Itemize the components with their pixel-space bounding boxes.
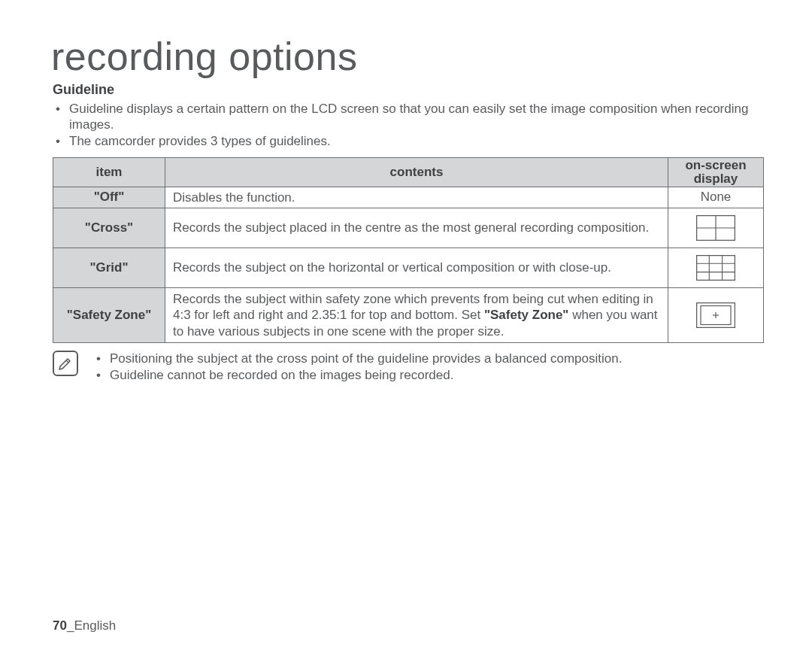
- cell-item-grid: "Grid": [53, 248, 165, 288]
- svg-line-12: [66, 360, 68, 363]
- guideline-table: item contents on-screen display "Off" Di…: [53, 157, 764, 343]
- note-icon: [53, 351, 78, 376]
- cell-contents-off: Disables the function.: [165, 187, 668, 208]
- table-row: "Grid" Records the subject on the horizo…: [53, 248, 764, 288]
- cell-osd-safetyzone: [668, 288, 764, 343]
- table-row: "Safety Zone" Records the subject within…: [53, 288, 764, 343]
- cell-osd-cross: [668, 208, 764, 248]
- note-list: Positioning the subject at the cross poi…: [93, 351, 622, 384]
- cross-guideline-icon: [696, 215, 735, 241]
- page-number: 70: [53, 618, 67, 633]
- note-item: Positioning the subject at the cross poi…: [108, 351, 622, 367]
- col-header-osd: on-screen display: [668, 157, 764, 187]
- guideline-description-item: The camcorder provides 3 types of guidel…: [68, 133, 770, 150]
- guideline-description-item: Guideline displays a certain pattern on …: [68, 101, 770, 134]
- note-block: Positioning the subject at the cross poi…: [53, 349, 770, 384]
- cell-osd-grid: [668, 248, 764, 288]
- table-row: "Off" Disables the function. None: [53, 187, 764, 208]
- safety-zone-icon: [696, 302, 735, 328]
- cell-item-cross: "Cross": [53, 208, 165, 248]
- pencil-note-icon: [57, 355, 74, 372]
- page-title: recording options: [51, 36, 770, 77]
- footer-lang: English: [74, 618, 116, 633]
- table-row: "Cross" Records the subject placed in th…: [53, 208, 764, 248]
- table-header-row: item contents on-screen display: [53, 157, 764, 187]
- col-header-contents: contents: [165, 157, 668, 187]
- section-heading-guideline: Guideline: [53, 82, 770, 98]
- page-footer: 70_English: [53, 618, 116, 633]
- col-header-item: item: [53, 157, 165, 187]
- footer-sep: _: [67, 618, 74, 633]
- sz-text-bold: "Safety Zone": [484, 308, 568, 322]
- cell-osd-off: None: [668, 187, 764, 208]
- manual-page: recording options Guideline Guideline di…: [0, 0, 812, 653]
- cell-contents-grid: Records the subject on the horizontal or…: [165, 248, 668, 288]
- svg-rect-3: [697, 256, 735, 281]
- cell-item-safetyzone: "Safety Zone": [53, 288, 165, 343]
- grid-guideline-icon: [696, 255, 735, 281]
- note-item: Guideline cannot be recorded on the imag…: [108, 367, 622, 384]
- guideline-description-list: Guideline displays a certain pattern on …: [53, 101, 770, 150]
- cell-contents-cross: Records the subject placed in the centre…: [165, 208, 668, 248]
- cell-item-off: "Off": [53, 187, 165, 208]
- cell-contents-safetyzone: Records the subject within safety zone w…: [165, 288, 668, 343]
